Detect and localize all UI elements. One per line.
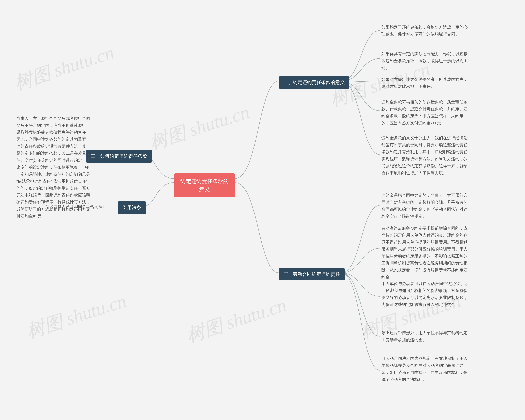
branch-labor-contract[interactable]: 三、劳动合同约定违约责任	[279, 268, 345, 280]
leaf-b1-1: 如果约定了违约金条款，会给对方造成一定的心理威慑，促使对方尽可能的依约履行合同。	[381, 24, 468, 38]
leaf-b1-4: 违约金条款可与相关的如数量条款、质量责任条款、付款条款、迟延交付责任条款一并约定…	[381, 98, 468, 126]
leaf-b3-4: 除上述两种情形外，用人单位不得与劳动者约定由劳动者承担的违约金。	[381, 329, 468, 343]
branch-how-to-stipulate[interactable]: 二、如何约定违约责任条款	[86, 150, 152, 162]
leaf-b1-5: 违约金条款的意义十分重大。我们在进行经济活动签订民事类的合同时，需要明确这些违约…	[381, 134, 468, 176]
leaf-law-1: [1]《中华人民共和国劳动合同法》	[37, 203, 107, 210]
watermark: 树图 shutu.cn	[11, 40, 117, 96]
leaf-b3-3: 用人单位与劳动者可以在劳动合同中约定保守商业秘密和与知识产权相关的保密事项。对负…	[381, 280, 468, 308]
leaf-b1-2: 如果你具有一定的实际控制能力，你就可以直接依违约金条款扣款、压款，取得进一步的谈…	[381, 50, 468, 71]
leaf-b1-3: 如果对方提出违约金过份的高于所造成的损失，则对方应对此承担证明责任。	[381, 76, 468, 90]
branch-significance[interactable]: 一、约定违约责任条款的意义	[279, 76, 349, 89]
watermark: 树图 shutu.cn	[146, 99, 253, 155]
leaf-b3-5: 《劳动合同法》的这些规定，有效地遏制了用人单位动辄在劳动合同中对劳动者约定高额违…	[381, 355, 468, 383]
watermark: 树图 shutu.cn	[183, 292, 290, 348]
leaf-b3-1: 违约金是指合同中约定的，当事人一方不履行合同时向对方交纳的一定数额的金钱。几乎所…	[381, 192, 468, 220]
root-node[interactable]: 约定违约责任条款的意义	[174, 173, 235, 197]
leaf-b3-2: 劳动者违反服务期约定要求提前解除合同的，应当按照约定向用人单位支付违约金。违约金…	[381, 225, 468, 280]
watermark: 树图 shutu.cn	[23, 288, 130, 344]
branch-cited-law[interactable]: 引用法条	[118, 201, 146, 214]
mindmap-canvas: 约定违约责任条款的意义 一、约定违约责任条款的意义 如果约定了违约金条款，会给对…	[0, 0, 525, 420]
